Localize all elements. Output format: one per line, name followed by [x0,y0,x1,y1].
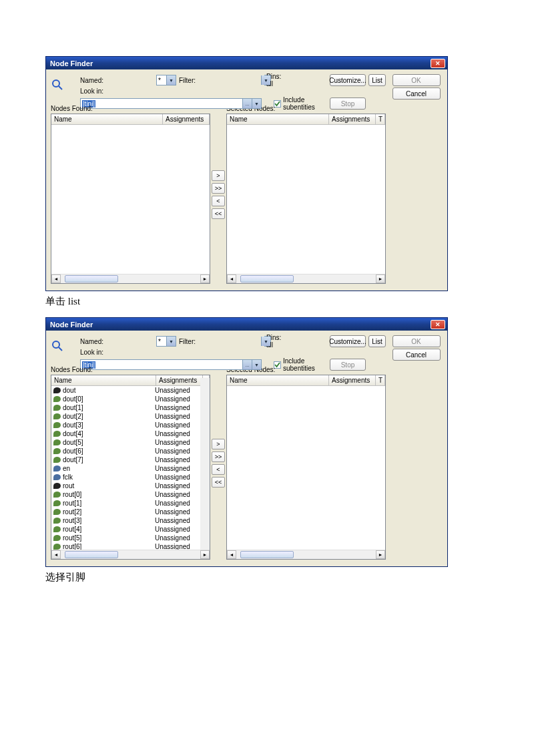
scroll-left-icon[interactable]: ◄ [51,274,61,283]
col-name[interactable]: Name [227,114,329,124]
scroll-right-icon[interactable]: ► [200,274,210,283]
named-input[interactable]: * ▼ [156,336,176,347]
close-icon[interactable]: ✕ [431,59,445,68]
browse-button[interactable]: ... [242,99,252,108]
found-row[interactable]: dout Unassigned [51,386,210,395]
chevron-down-icon[interactable]: ▼ [252,360,261,369]
col-name[interactable]: Name [51,114,163,124]
row-name: dout[3] [63,421,153,429]
found-row[interactable]: dout[6] Unassigned [51,447,210,455]
named-label: Named: [80,77,154,84]
scroll-right-icon[interactable]: ► [200,550,210,559]
found-row[interactable]: rout[1] Unassigned [51,499,210,508]
chevron-down-icon[interactable]: ▼ [261,337,270,346]
scroll-thumb[interactable] [65,275,118,282]
scroll-thumb[interactable] [240,551,294,558]
close-icon[interactable]: ✕ [431,320,445,329]
lookin-label: Look in: [80,349,154,356]
nodes-found-label: Nodes Found: [51,105,210,112]
scroll-right-icon[interactable]: ► [376,274,385,283]
filter-select[interactable]: Pins: all ▼ [264,75,271,85]
move-btn-0[interactable]: > [212,439,225,449]
customize-button[interactable]: Customize... [330,335,366,347]
lookin-label: Look in: [80,87,154,95]
scroll-left-icon[interactable]: ◄ [227,274,236,283]
chevron-down-icon[interactable]: ▼ [166,75,176,85]
hscrollbar[interactable]: ◄ ► [51,550,210,559]
vscrollbar[interactable] [200,378,210,550]
named-input[interactable]: * ▼ [156,75,176,85]
col-t[interactable]: T [376,114,385,124]
cancel-button[interactable]: Cancel [392,349,441,361]
move-btn-3[interactable]: << [212,208,225,219]
row-name: dout[7] [63,456,153,463]
found-row[interactable]: dout[2] Unassigned [51,412,210,421]
chevron-down-icon[interactable]: ▼ [166,337,176,346]
row-name: rout [63,482,153,490]
node-icon [53,500,61,506]
found-row[interactable]: rout[0] Unassigned [51,490,210,499]
hscrollbar[interactable]: ◄ ► [227,550,385,559]
titlebar[interactable]: Node Finder ✕ [46,57,447,69]
found-row[interactable]: dout[0] Unassigned [51,395,210,403]
node-icon [53,448,61,454]
ok-button: OK [392,74,441,86]
found-row[interactable]: rout[2] Unassigned [51,508,210,516]
titlebar[interactable]: Node Finder ✕ [46,318,447,331]
found-row[interactable]: rout[6] Unassigned [51,542,210,550]
found-row[interactable]: rout[5] Unassigned [51,534,210,542]
customize-button[interactable]: Customize... [330,74,366,86]
list-button[interactable]: List [368,335,386,347]
hscrollbar[interactable]: ◄ ► [227,274,385,283]
found-row[interactable]: rout[3] Unassigned [51,516,210,525]
magnifier-icon[interactable] [51,339,64,353]
row-name: rout[2] [63,508,153,516]
cancel-button[interactable]: Cancel [392,87,441,100]
scroll-left-icon[interactable]: ◄ [51,550,61,559]
node-icon [53,544,61,550]
move-btn-1[interactable]: >> [212,451,225,462]
hscrollbar[interactable]: ◄ ► [51,274,210,283]
col-name[interactable]: Name [227,375,329,385]
scroll-thumb[interactable] [240,275,294,282]
found-row[interactable]: dout[5] Unassigned [51,438,210,447]
list-button[interactable]: List [368,74,386,86]
scroll-thumb[interactable] [65,551,118,558]
magnifier-icon[interactable] [51,78,64,91]
found-row[interactable]: dout[1] Unassigned [51,403,210,412]
ok-button: OK [392,335,441,347]
move-btn-0[interactable]: > [212,170,225,181]
row-name: rout[4] [63,526,153,533]
node-icon [53,535,61,541]
nodes-found-list[interactable]: Name Assignments ▲ dout Unassigned dout[… [51,375,210,560]
selected-nodes-list[interactable]: Name Assignments T ◄ ► [226,114,386,284]
nodes-found-list[interactable]: Name Assignments ◄ ► [51,114,210,284]
col-assign[interactable]: Assignments [329,114,376,124]
found-row[interactable]: en Unassigned [51,464,210,473]
selected-nodes-list[interactable]: Name Assignments T ◄ ► [226,375,386,560]
found-row[interactable]: rout Unassigned [51,482,210,490]
found-row[interactable]: fclk Unassigned [51,473,210,482]
scroll-right-icon[interactable]: ► [376,550,385,559]
col-t[interactable]: T [376,375,385,385]
browse-button[interactable]: ... [242,360,252,369]
col-assign[interactable]: Assignments [156,375,203,385]
filter-select[interactable]: Pins: all ▼ [264,336,271,347]
col-assign[interactable]: Assignments [163,114,210,124]
found-row[interactable]: dout[3] Unassigned [51,421,210,429]
row-name: rout[3] [63,517,153,524]
found-row[interactable]: dout[4] Unassigned [51,429,210,438]
node-icon [53,422,61,428]
chevron-down-icon[interactable]: ▼ [261,75,270,85]
node-icon [53,431,61,437]
col-name[interactable]: Name [51,375,156,385]
move-btn-2[interactable]: < [212,196,225,206]
move-btn-3[interactable]: << [212,477,225,488]
chevron-down-icon[interactable]: ▼ [252,99,261,108]
scroll-left-icon[interactable]: ◄ [227,550,236,559]
move-btn-2[interactable]: < [212,464,225,475]
col-assign[interactable]: Assignments [329,375,376,385]
found-row[interactable]: rout[4] Unassigned [51,525,210,534]
found-row[interactable]: dout[7] Unassigned [51,455,210,464]
move-btn-1[interactable]: >> [212,183,225,194]
